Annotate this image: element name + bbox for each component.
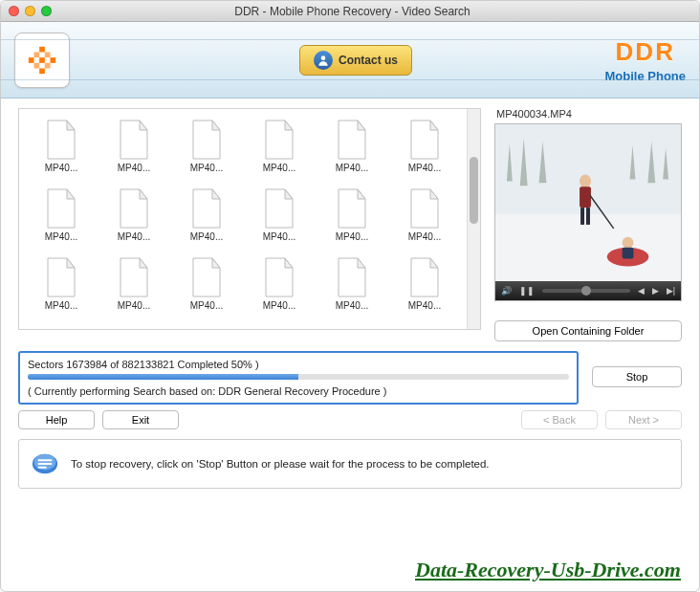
nav-row: Help Exit < Back Next > [1, 405, 699, 435]
file-item[interactable]: MP40... [99, 187, 168, 251]
file-item[interactable]: MP40... [317, 256, 386, 319]
svg-rect-23 [38, 463, 53, 465]
file-item[interactable]: MP40... [172, 256, 241, 319]
svg-point-18 [623, 237, 634, 249]
file-icon [42, 256, 80, 298]
contact-us-button[interactable]: Contact us [299, 45, 412, 76]
file-item[interactable]: MP40... [245, 256, 314, 319]
file-item[interactable]: MP40... [27, 119, 96, 182]
file-item[interactable]: MP40... [390, 256, 459, 319]
content-area: MP40...MP40...MP40...MP40...MP40...MP40.… [1, 99, 699, 347]
file-icon [115, 187, 153, 230]
seek-knob[interactable] [581, 286, 591, 296]
person-icon [314, 51, 333, 70]
file-label: MP40... [408, 300, 441, 311]
svg-rect-0 [39, 46, 45, 52]
svg-rect-1 [29, 57, 34, 63]
svg-rect-13 [580, 186, 591, 208]
file-label: MP40... [45, 163, 77, 173]
file-item[interactable]: MP40... [390, 187, 459, 251]
file-icon [187, 256, 226, 298]
svg-rect-2 [51, 57, 56, 63]
file-label: MP40... [45, 300, 77, 311]
file-label: MP40... [190, 163, 223, 173]
preview-thumbnail [495, 124, 681, 300]
stop-button[interactable]: Stop [592, 366, 682, 387]
svg-rect-22 [38, 459, 53, 461]
app-logo [14, 33, 70, 88]
titlebar: DDR - Mobile Phone Recovery - Video Sear… [1, 1, 699, 22]
brand-main: DDR [605, 37, 687, 67]
file-item[interactable]: MP40... [99, 256, 168, 319]
file-label: MP40... [336, 300, 368, 311]
file-item[interactable]: MP40... [317, 119, 386, 182]
help-button[interactable]: Help [18, 410, 95, 429]
file-label: MP40... [263, 300, 295, 311]
file-icon [333, 256, 371, 298]
file-item[interactable]: MP40... [27, 256, 96, 319]
exit-button[interactable]: Exit [102, 410, 179, 429]
file-item[interactable]: MP40... [390, 119, 459, 182]
volume-icon[interactable]: 🔊 [501, 286, 512, 296]
video-preview[interactable]: 🔊 ❚❚ ◀ ▶ ▶| [494, 123, 682, 301]
file-item[interactable]: MP40... [99, 119, 168, 182]
file-list-panel: MP40...MP40...MP40...MP40...MP40...MP40.… [18, 108, 481, 341]
next-button[interactable]: Next > [605, 410, 682, 429]
svg-rect-7 [45, 62, 51, 68]
file-item[interactable]: MP40... [172, 119, 241, 182]
window-title: DDR - Mobile Phone Recovery - Video Sear… [52, 5, 653, 18]
progress-panel: Sectors 1673984 of 882133821 Completed 5… [18, 351, 579, 405]
file-label: MP40... [336, 163, 368, 173]
file-item[interactable]: MP40... [245, 119, 314, 182]
file-grid-container: MP40...MP40...MP40...MP40...MP40...MP40.… [18, 108, 481, 330]
file-item[interactable]: MP40... [172, 187, 241, 251]
progress-fill [28, 374, 298, 380]
svg-point-9 [321, 55, 326, 60]
file-icon [333, 119, 371, 161]
progress-bar [28, 374, 569, 380]
file-icon [115, 119, 153, 161]
prev-icon[interactable]: ◀ [638, 286, 645, 296]
svg-rect-6 [34, 62, 40, 68]
file-icon [260, 256, 298, 298]
svg-rect-3 [39, 68, 45, 74]
svg-rect-8 [39, 57, 45, 63]
brand-block: DDR Mobile Phone [605, 37, 687, 83]
progress-row: Sectors 1673984 of 882133821 Completed 5… [1, 351, 699, 405]
file-label: MP40... [336, 231, 368, 242]
minimize-icon[interactable] [25, 6, 35, 16]
info-icon [31, 449, 59, 478]
file-label: MP40... [190, 231, 223, 242]
svg-point-12 [580, 174, 591, 187]
svg-rect-24 [38, 467, 47, 469]
brand-sub: Mobile Phone [605, 69, 687, 83]
file-label: MP40... [408, 231, 441, 242]
file-grid: MP40...MP40...MP40...MP40...MP40...MP40.… [19, 109, 467, 329]
traffic-lights [9, 6, 52, 16]
play-icon[interactable]: ▶ [652, 286, 659, 296]
seek-bar[interactable] [542, 289, 630, 293]
file-item[interactable]: MP40... [27, 187, 96, 251]
svg-rect-5 [45, 52, 51, 57]
contact-us-label: Contact us [339, 54, 398, 67]
pause-icon[interactable]: ❚❚ [519, 286, 535, 296]
back-button[interactable]: < Back [521, 410, 598, 429]
scrollbar-thumb[interactable] [470, 157, 478, 224]
maximize-icon[interactable] [41, 6, 52, 16]
video-controls: 🔊 ❚❚ ◀ ▶ ▶| [495, 281, 681, 300]
file-label: MP40... [118, 163, 150, 173]
file-icon [42, 119, 80, 161]
close-icon[interactable] [9, 6, 19, 16]
progress-status-text: Sectors 1673984 of 882133821 Completed 5… [28, 359, 569, 370]
file-icon [333, 187, 371, 230]
svg-rect-4 [34, 52, 40, 57]
file-label: MP40... [45, 231, 77, 242]
scrollbar[interactable] [467, 109, 480, 329]
next-icon[interactable]: ▶| [667, 286, 675, 296]
file-item[interactable]: MP40... [245, 187, 314, 251]
open-containing-folder-button[interactable]: Open Containing Folder [494, 320, 682, 341]
file-item[interactable]: MP40... [317, 187, 386, 251]
watermark: Data-Recovery-Usb-Drive.com [415, 558, 681, 582]
file-label: MP40... [408, 163, 441, 173]
app-window: DDR - Mobile Phone Recovery - Video Sear… [0, 0, 700, 592]
